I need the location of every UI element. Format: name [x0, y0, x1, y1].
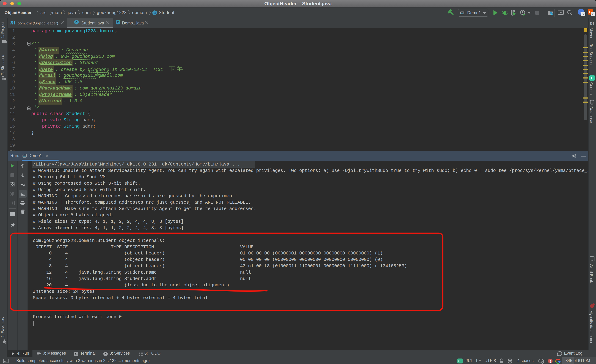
svg-text:C: C [117, 21, 119, 24]
svg-text:C: C [75, 21, 77, 24]
svg-text:C: C [154, 11, 156, 15]
